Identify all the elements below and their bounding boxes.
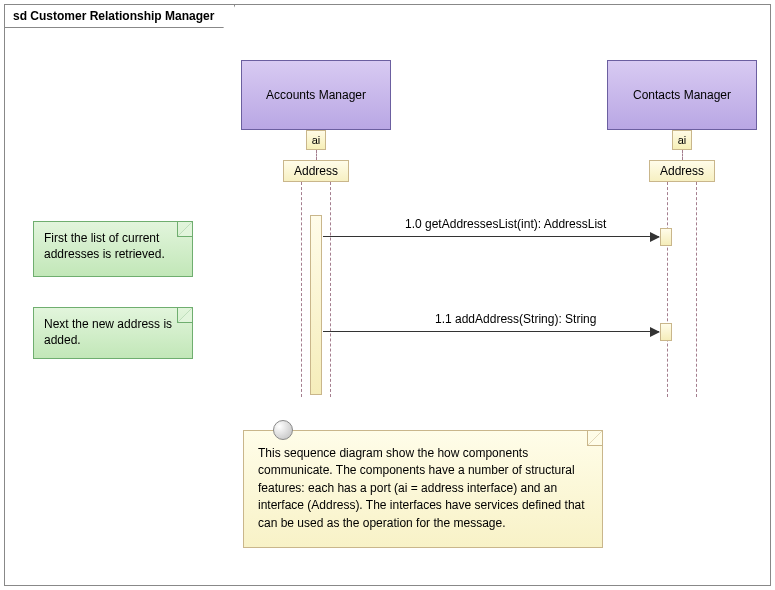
- interface-contacts-address: Address: [649, 160, 715, 182]
- lifeline-contacts-label: Contacts Manager: [633, 88, 731, 102]
- frame-title-text: sd Customer Relationship Manager: [13, 9, 214, 23]
- message-2-arrow: [323, 331, 659, 332]
- lifeline-contacts-manager: Contacts Manager: [607, 60, 757, 130]
- port-accounts-label: ai: [312, 134, 321, 146]
- activation-contacts-1: [660, 228, 672, 246]
- lifeline-line: [696, 182, 697, 397]
- note-explanation-text: This sequence diagram show the how compo…: [258, 446, 585, 530]
- message-2-label: 1.1 addAddress(String): String: [435, 312, 596, 326]
- port-contacts-label: ai: [678, 134, 687, 146]
- activation-accounts: [310, 215, 322, 395]
- arrowhead-icon: [650, 232, 660, 242]
- note-step-2-text: Next the new address is added.: [44, 317, 172, 347]
- port-accounts-ai: ai: [306, 130, 326, 150]
- lifeline-line: [667, 182, 668, 397]
- lifeline-accounts-label: Accounts Manager: [266, 88, 366, 102]
- lifeline-accounts-manager: Accounts Manager: [241, 60, 391, 130]
- note-explanation: This sequence diagram show the how compo…: [243, 430, 603, 548]
- diagram-canvas: sd Customer Relationship Manager Account…: [0, 0, 775, 590]
- message-1-arrow: [323, 236, 659, 237]
- message-1-label: 1.0 getAddressesList(int): AddressList: [405, 217, 606, 231]
- note-step-1: First the list of current addresses is r…: [33, 221, 193, 277]
- note-step-1-text: First the list of current addresses is r…: [44, 231, 165, 261]
- note-fold-icon: [587, 431, 602, 446]
- frame-title: sd Customer Relationship Manager: [5, 5, 235, 28]
- interface-accounts-label: Address: [294, 164, 338, 178]
- note-fold-icon: [177, 222, 192, 237]
- lifeline-line: [301, 182, 302, 397]
- lifeline-line: [682, 150, 683, 160]
- note-step-2: Next the new address is added.: [33, 307, 193, 359]
- interface-contacts-label: Address: [660, 164, 704, 178]
- sequence-diagram-frame: sd Customer Relationship Manager Account…: [4, 4, 771, 586]
- pin-icon: [273, 420, 293, 440]
- arrowhead-icon: [650, 327, 660, 337]
- lifeline-line: [316, 150, 317, 160]
- lifeline-line: [330, 182, 331, 397]
- activation-contacts-2: [660, 323, 672, 341]
- interface-accounts-address: Address: [283, 160, 349, 182]
- note-fold-icon: [177, 308, 192, 323]
- port-contacts-ai: ai: [672, 130, 692, 150]
